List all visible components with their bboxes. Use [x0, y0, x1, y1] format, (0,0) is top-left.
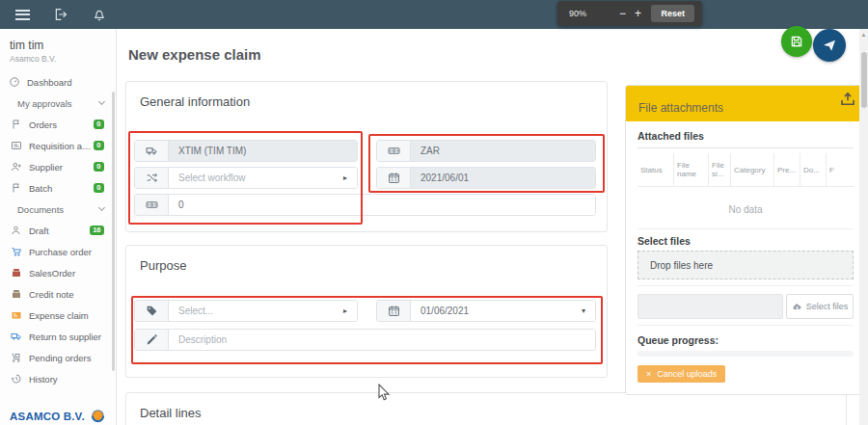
- flag-icon: [10, 182, 22, 195]
- zoom-popup: 90% − + Reset: [557, 1, 702, 26]
- claim-date-value: 2021/06/01: [411, 168, 595, 188]
- select-files-button[interactable]: Select files: [786, 294, 854, 319]
- zoom-reset-button[interactable]: Reset: [651, 5, 694, 22]
- expense-card-icon: [10, 309, 22, 322]
- select-files-label: Select files: [637, 235, 854, 247]
- zoom-level: 90%: [569, 9, 586, 18]
- sidebar-item-history[interactable]: History: [0, 368, 116, 389]
- person-icon: [10, 225, 22, 237]
- purpose-type-select[interactable]: Select... ▸: [134, 300, 358, 322]
- page-title: New expense claim: [128, 46, 261, 63]
- card-title: Detail lines: [126, 393, 846, 420]
- page-scrollbar[interactable]: ▲: [859, 29, 868, 425]
- sidebar-item-label: Orders: [29, 120, 94, 130]
- purpose-type-placeholder[interactable]: Select... ▸: [169, 301, 357, 321]
- amount-value[interactable]: 0: [169, 195, 595, 215]
- sidebar-item-batch[interactable]: Batch 0: [0, 177, 116, 199]
- file-name-input[interactable]: [637, 294, 783, 319]
- history-clock-icon: [10, 373, 22, 385]
- sidebar-item-label: Return to supplier: [29, 332, 104, 342]
- banknote-icon: [377, 141, 411, 161]
- sidebar-item-label: History: [29, 374, 104, 385]
- count-badge: 16: [90, 226, 104, 236]
- claim-date-field: 2021/06/01: [376, 167, 596, 189]
- save-button[interactable]: [781, 26, 812, 57]
- purpose-date-value[interactable]: 01/06/2021 ▾: [411, 301, 595, 321]
- card-title: General information: [126, 82, 607, 109]
- attached-files-label: Attached files: [637, 130, 854, 148]
- sidebar-item-salesorder[interactable]: SalesOrder: [0, 262, 116, 283]
- pencil-icon: [135, 330, 169, 350]
- dropzone-text: Drop files here: [650, 260, 713, 271]
- column-header: Status: [637, 153, 673, 186]
- zoom-in-button[interactable]: +: [630, 6, 645, 21]
- calendar-icon: [377, 168, 411, 188]
- tag-icon: [135, 301, 169, 321]
- column-header: Category: [730, 153, 773, 186]
- sidebar-scrollbar-thumb[interactable]: [112, 92, 115, 371]
- sidebar-item-draft[interactable]: Draft 16: [0, 220, 116, 241]
- zoom-out-button[interactable]: −: [614, 6, 630, 21]
- currency-field: ZAR: [376, 140, 596, 162]
- sidebar-item-label: Batch: [29, 183, 94, 194]
- empty-table-text: No data: [637, 204, 854, 215]
- save-floppy-icon: [789, 34, 804, 49]
- app-screen: 90% − + Reset ▲ tim tim Asamco B.V. Da: [0, 0, 868, 425]
- truck-icon: [135, 141, 169, 161]
- column-header: Pre...: [773, 153, 800, 186]
- sidebar-item-supplier[interactable]: Supplier 0: [0, 156, 116, 177]
- sidebar-item-purchase-order[interactable]: Purchase order: [0, 241, 116, 262]
- sidebar-item-orders[interactable]: Orders 0: [0, 114, 116, 135]
- file-attachments-panel: File attachments Attached files Status F…: [625, 85, 866, 395]
- notifications-bell-icon[interactable]: [92, 7, 107, 22]
- purpose-date-select[interactable]: 01/06/2021 ▾: [376, 300, 596, 322]
- scroll-up-icon[interactable]: ▲: [859, 29, 868, 40]
- close-icon: ×: [646, 369, 651, 379]
- sidebar-item-label: Expense claim: [29, 310, 104, 321]
- file-picker-row: Select files: [637, 294, 854, 319]
- attachments-title: File attachments: [638, 101, 723, 115]
- sidebar-item-return-to-supplier[interactable]: Return to supplier: [0, 326, 116, 347]
- dropdown-arrow-icon: ▸: [343, 306, 347, 315]
- upload-icon[interactable]: [839, 91, 856, 108]
- amount-field[interactable]: 0: [134, 194, 596, 216]
- column-header: Do...: [800, 153, 826, 186]
- sidebar-item-pending-orders[interactable]: Pending orders: [0, 347, 116, 368]
- sidebar-item-label: Purchase order: [29, 247, 104, 257]
- dashboard-icon: [8, 76, 20, 89]
- workflow-placeholder[interactable]: Select workflow ▸: [169, 168, 357, 188]
- description-field[interactable]: Description: [134, 329, 596, 351]
- divider: [637, 228, 854, 229]
- company-logo: ASAMCO B.V.: [10, 408, 106, 424]
- logout-icon[interactable]: [53, 7, 68, 22]
- detail-lines-card: Detail lines: [125, 392, 847, 425]
- sidebar-group-label: Documents: [17, 204, 99, 215]
- attachments-header: File attachments: [626, 86, 865, 121]
- cancel-uploads-button[interactable]: × Cancel uploads: [637, 365, 725, 383]
- chevron-down-icon: [98, 98, 105, 105]
- card-title: Purpose: [126, 246, 607, 273]
- column-header: F: [826, 153, 854, 186]
- sidebar-item-dashboard[interactable]: Dashboard: [0, 71, 116, 93]
- column-header: File si...: [708, 153, 730, 186]
- send-button[interactable]: [813, 29, 846, 62]
- sidebar-group-my-approvals[interactable]: My approvals: [0, 93, 116, 114]
- sidebar-group-documents[interactable]: Documents: [0, 199, 116, 220]
- cart-icon: [10, 246, 22, 258]
- sidebar-item-credit-note[interactable]: Credit note: [0, 283, 116, 305]
- upload-progress-bar: [637, 351, 854, 357]
- file-dropzone[interactable]: Drop files here: [637, 251, 854, 279]
- sidebar-group-label: My approvals: [17, 98, 99, 109]
- user-block: tim tim Asamco B.V.: [0, 29, 116, 67]
- workflow-select[interactable]: Select workflow ▸: [134, 167, 358, 189]
- sidebar-item-requisition-auth[interactable]: Requisition auth 0: [0, 135, 116, 156]
- handtruck-icon: [10, 352, 22, 364]
- sidebar-item-label: SalesOrder: [29, 268, 104, 279]
- user-company: Asamco B.V.: [10, 54, 116, 64]
- count-badge: 0: [94, 141, 104, 151]
- scrollbar-thumb[interactable]: [861, 52, 867, 108]
- description-placeholder[interactable]: Description: [169, 330, 595, 350]
- chevron-down-icon: [98, 204, 105, 211]
- menu-icon[interactable]: [15, 10, 30, 20]
- sidebar-item-expense-claim[interactable]: Expense claim: [0, 305, 116, 326]
